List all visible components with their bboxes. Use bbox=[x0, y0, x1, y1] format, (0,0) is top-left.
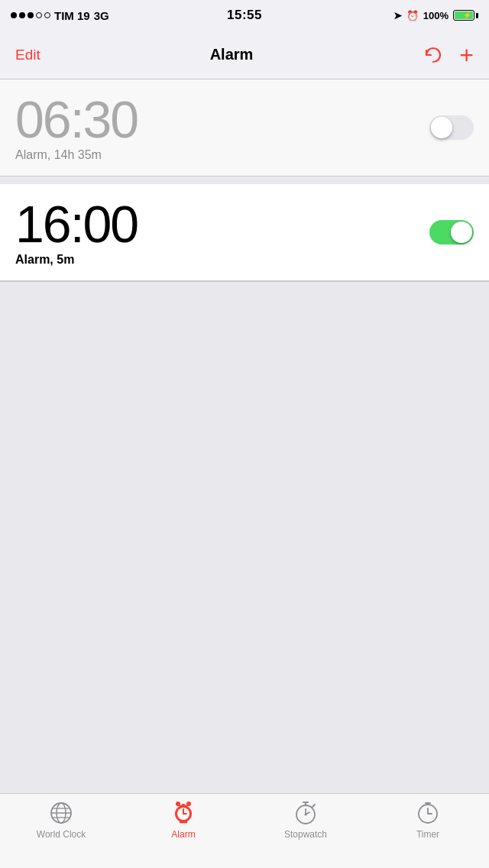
battery-tip bbox=[476, 13, 478, 18]
empty-area bbox=[0, 282, 489, 679]
status-bar: TIM 19 3G 15:55 ➤ ⏰ 100% ⚡ bbox=[0, 0, 489, 31]
status-right: ➤ ⏰ 100% ⚡ bbox=[393, 10, 478, 21]
alarm-status-icon: ⏰ bbox=[406, 10, 419, 21]
tab-timer[interactable]: Timer bbox=[367, 800, 489, 840]
world-clock-label: World Clock bbox=[37, 829, 86, 840]
alarm-tab-icon bbox=[170, 800, 196, 826]
status-time: 15:55 bbox=[227, 8, 262, 23]
alarm-list: 06:30 Alarm, 14h 35m 16:00 Alarm, 5m bbox=[0, 79, 489, 282]
battery-body: ⚡ bbox=[453, 10, 474, 21]
alarm-2-time: 16:00 bbox=[15, 198, 138, 250]
refresh-button[interactable] bbox=[423, 44, 444, 66]
timer-icon bbox=[415, 800, 441, 826]
tab-stopwatch[interactable]: Stopwatch bbox=[244, 800, 367, 840]
svg-line-13 bbox=[178, 804, 181, 807]
signal-dots bbox=[11, 12, 50, 18]
nav-right-actions: + bbox=[423, 43, 474, 67]
alarm-1-toggle[interactable] bbox=[429, 115, 474, 140]
alarm-1-toggle-thumb bbox=[431, 117, 452, 138]
timer-label: Timer bbox=[416, 829, 439, 840]
tab-world-clock[interactable]: World Clock bbox=[0, 800, 122, 840]
separator-1 bbox=[0, 177, 489, 184]
signal-dot-2 bbox=[19, 12, 25, 18]
tab-alarm[interactable]: Alarm bbox=[122, 800, 244, 840]
svg-line-21 bbox=[313, 805, 315, 807]
battery-container: ⚡ bbox=[453, 10, 478, 21]
nav-bar: Edit Alarm + bbox=[0, 31, 489, 79]
alarm-item-1-left: 06:30 Alarm, 14h 35m bbox=[15, 93, 138, 162]
alarm-2-toggle-thumb bbox=[451, 222, 472, 243]
lightning-icon: ⚡ bbox=[463, 11, 471, 19]
alarm-item-2[interactable]: 16:00 Alarm, 5m bbox=[0, 184, 489, 281]
alarm-tab-label: Alarm bbox=[171, 829, 195, 840]
alarm-item-1[interactable]: 06:30 Alarm, 14h 35m bbox=[0, 79, 489, 177]
stopwatch-icon bbox=[293, 800, 319, 826]
edit-button[interactable]: Edit bbox=[15, 47, 40, 63]
tab-bar: World Clock Alarm bbox=[0, 793, 489, 868]
alarm-2-label: Alarm, 5m bbox=[15, 253, 138, 267]
status-left: TIM 19 3G bbox=[11, 9, 109, 22]
nav-title: Alarm bbox=[210, 46, 254, 63]
add-alarm-button[interactable]: + bbox=[459, 43, 474, 67]
signal-dot-1 bbox=[11, 12, 17, 18]
alarm-1-time: 06:30 bbox=[15, 93, 138, 145]
world-clock-icon bbox=[48, 800, 74, 826]
svg-line-14 bbox=[186, 804, 189, 807]
location-icon: ➤ bbox=[393, 10, 402, 21]
svg-point-20 bbox=[305, 814, 307, 816]
signal-dot-3 bbox=[28, 12, 34, 18]
network-label: 3G bbox=[94, 9, 109, 22]
signal-dot-5 bbox=[44, 12, 50, 18]
battery-percent: 100% bbox=[423, 10, 449, 21]
alarm-2-toggle[interactable] bbox=[429, 220, 474, 245]
alarm-item-2-left: 16:00 Alarm, 5m bbox=[15, 198, 138, 267]
carrier-label: TIM 19 bbox=[54, 9, 90, 22]
stopwatch-label: Stopwatch bbox=[284, 829, 327, 840]
signal-dot-4 bbox=[36, 12, 42, 18]
alarm-1-label: Alarm, 14h 35m bbox=[15, 148, 138, 162]
